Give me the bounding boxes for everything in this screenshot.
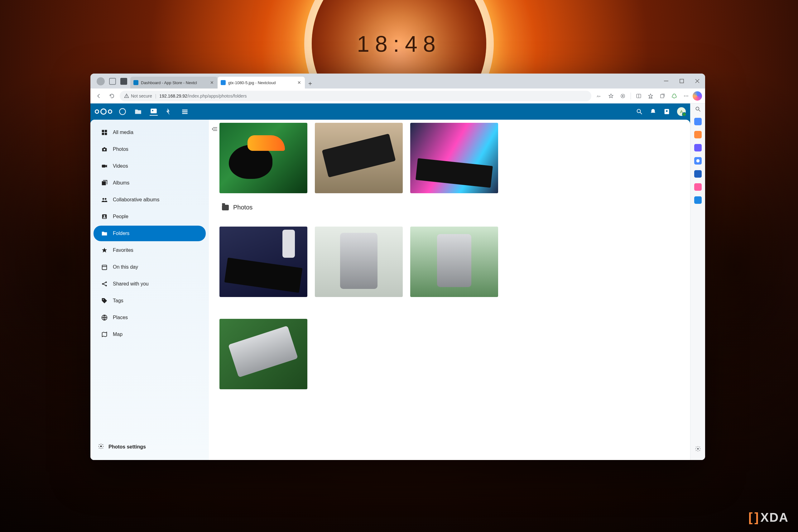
browser-toolbar: Not secure | 192.168.29.92/index.php/app… <box>90 89 705 103</box>
sidebar-item-people[interactable]: People <box>94 209 206 224</box>
sidebar-item-folders[interactable]: Folders <box>94 226 206 241</box>
browser-tab[interactable]: Dashboard - App Store - Nextcl ✕ <box>130 77 217 89</box>
sidebar-item-label: Places <box>113 315 128 320</box>
svg-point-28 <box>103 149 106 151</box>
sidebar-item-places[interactable]: Places <box>94 310 206 325</box>
sidebar-search-icon[interactable] <box>695 106 701 112</box>
extensions-icon[interactable] <box>618 91 628 101</box>
app-files-icon[interactable] <box>134 108 142 116</box>
app-photos-icon[interactable] <box>150 108 158 116</box>
security-indicator[interactable]: Not secure <box>124 94 152 98</box>
back-button[interactable] <box>94 91 104 101</box>
sidebar-item-label: Favorites <box>113 247 133 253</box>
url-text: 192.168.29.92/index.php/apps/photos/fold… <box>159 94 247 98</box>
tab-title: Dashboard - App Store - Nextcl <box>141 80 207 85</box>
app-activity-icon[interactable] <box>165 108 173 116</box>
svg-rect-26 <box>102 133 104 135</box>
sidebar-tools-icon[interactable] <box>694 118 702 125</box>
sidebar-item-label: On this day <box>113 264 138 270</box>
svg-rect-2 <box>126 95 127 96</box>
svg-point-31 <box>102 198 104 200</box>
window-maximize-button[interactable] <box>674 74 689 89</box>
window-close-button[interactable] <box>689 74 705 89</box>
svg-rect-17 <box>182 110 187 111</box>
gear-icon <box>98 443 104 451</box>
split-screen-icon[interactable] <box>633 91 644 101</box>
bracket-icon: [ <box>748 511 753 525</box>
sidebar-item-label: Map <box>113 331 122 337</box>
sidebar-item-label: People <box>113 214 129 220</box>
photo-thumbnail[interactable] <box>220 227 307 297</box>
sidebar-item-tags[interactable]: Tags <box>94 293 206 308</box>
sidebar-outlook-icon[interactable] <box>694 170 702 178</box>
search-icon[interactable] <box>636 108 643 115</box>
user-avatar[interactable]: A <box>677 107 686 116</box>
sidebar-item-collab-albums[interactable]: Collaborative albums <box>94 192 206 208</box>
browser-extension-icon[interactable] <box>669 91 680 101</box>
svg-point-23 <box>666 110 668 112</box>
sidebar-item-map[interactable]: Map <box>94 327 206 342</box>
titlebar-profile-area <box>94 77 130 89</box>
sidebar-settings-icon[interactable] <box>695 446 701 452</box>
edge-sidebar <box>690 103 705 460</box>
app-content: A All media Photos <box>90 103 705 460</box>
window-controls <box>658 74 705 89</box>
sidebar-item-label: Tags <box>113 298 124 304</box>
photo-thumbnail[interactable] <box>410 227 498 297</box>
svg-point-6 <box>622 95 624 97</box>
sidebar-item-shared[interactable]: Shared with you <box>94 276 206 292</box>
sidebar-send-icon[interactable] <box>694 196 702 204</box>
sidebar-item-on-this-day[interactable]: On this day <box>94 259 206 275</box>
photo-thumbnail[interactable] <box>315 227 403 297</box>
bracket-icon: ] <box>754 511 759 525</box>
app-deck-icon[interactable] <box>181 108 189 116</box>
photo-thumbnail[interactable] <box>220 123 307 193</box>
sidebar-item-favorites[interactable]: Favorites <box>94 243 206 258</box>
app-dashboard-icon[interactable] <box>118 108 127 116</box>
favorites-bar-icon[interactable] <box>645 91 656 101</box>
sidebar-item-videos[interactable]: Videos <box>94 158 206 174</box>
window-minimize-button[interactable] <box>658 74 674 89</box>
tab-close-button[interactable]: ✕ <box>209 80 214 85</box>
copilot-button[interactable] <box>692 91 702 101</box>
sidebar-shopping-icon[interactable] <box>694 131 702 138</box>
workspaces-icon[interactable] <box>109 78 116 85</box>
sidebar-item-photos[interactable]: Photos <box>94 141 206 157</box>
new-tab-button[interactable]: ＋ <box>305 78 316 89</box>
sidebar-drop-icon[interactable] <box>694 183 702 191</box>
photo-thumbnail[interactable] <box>410 123 498 193</box>
person-icon <box>101 213 108 220</box>
photos-settings-button[interactable]: Photos settings <box>90 438 209 456</box>
svg-rect-15 <box>151 109 157 113</box>
svg-rect-19 <box>182 113 187 114</box>
nextcloud-app: A All media Photos <box>90 103 690 460</box>
svg-point-43 <box>696 107 699 110</box>
video-icon <box>101 163 108 170</box>
tab-close-button[interactable]: ✕ <box>297 80 302 85</box>
nextcloud-header: A <box>90 103 690 120</box>
calendar-icon <box>101 264 108 270</box>
svg-rect-25 <box>105 130 107 132</box>
folder-item[interactable]: Photos <box>222 204 684 211</box>
profile-avatar-icon[interactable] <box>97 77 105 86</box>
photo-thumbnail[interactable] <box>315 123 403 193</box>
collections-icon[interactable] <box>657 91 668 101</box>
sidebar-m365-icon[interactable] <box>694 157 702 165</box>
sidebar-item-albums[interactable]: Albums <box>94 175 206 191</box>
contacts-icon[interactable] <box>663 108 670 115</box>
sidebar-games-icon[interactable] <box>694 144 702 151</box>
tab-actions-icon[interactable] <box>120 78 127 85</box>
sidebar-toggle-button[interactable] <box>211 125 220 133</box>
browser-tab[interactable]: gtx-1080-5.jpg - Nextcloud ✕ <box>217 77 305 89</box>
photo-thumbnail[interactable] <box>220 319 307 389</box>
favorite-icon[interactable] <box>606 91 616 101</box>
sidebar-item-all-media[interactable]: All media <box>94 125 206 140</box>
favicon-icon <box>133 80 138 85</box>
nextcloud-logo-icon[interactable] <box>95 109 112 115</box>
more-menu-icon[interactable] <box>681 91 691 101</box>
read-aloud-icon[interactable]: A» <box>594 91 604 101</box>
refresh-button[interactable] <box>107 91 117 101</box>
svg-rect-18 <box>182 111 187 112</box>
address-bar[interactable]: Not secure | 192.168.29.92/index.php/app… <box>120 91 591 101</box>
notifications-icon[interactable] <box>650 108 657 115</box>
